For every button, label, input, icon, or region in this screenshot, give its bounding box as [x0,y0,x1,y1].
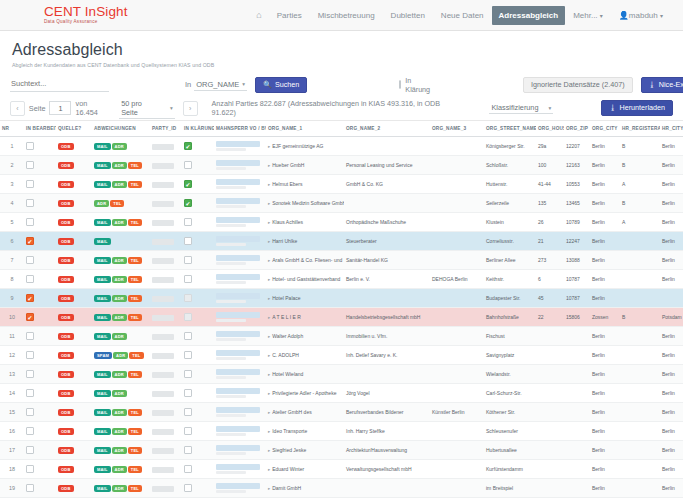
table-row[interactable]: 5ODBMAILADRTEL▸Klaus AchillesOrthopädisc… [0,213,683,232]
col-org-city[interactable]: ORG_CITY [590,121,620,137]
cell-in-bearbeitung[interactable]: ✔ [24,289,56,308]
mahnsperre-link-redacted[interactable] [216,217,260,223]
brand-logo[interactable]: CENT InSight Data Quality Assurance [44,5,128,24]
cell-in-bearbeitung[interactable] [24,156,56,175]
cell-in-klaerung[interactable]: ✔ [182,194,214,213]
ignored-records-button[interactable]: Ignorierte Datensätze (2.407) [523,77,633,93]
col-org-zip[interactable]: ORG_ZIP [564,121,590,137]
table-row[interactable]: 15ODBMAILADRTEL▸Atelier GmbH desBerufsve… [0,403,683,422]
expand-icon[interactable]: ▸ [268,220,270,225]
col-org-name-3[interactable]: ORG_NAME_3 [430,121,484,137]
table-row[interactable]: 3ODBMAILADRTEL✔▸Helmut EbersGmbH & Co. K… [0,175,683,194]
cell-in-bearbeitung[interactable] [24,175,56,194]
home-icon[interactable]: ⌂ [249,6,268,24]
cell-mahnsperre[interactable] [214,270,266,289]
in-bearbeitung-checkbox[interactable]: ✔ [26,313,34,321]
expand-icon[interactable]: ▸ [268,391,270,396]
in-klaerung-row-checkbox[interactable]: ✔ [184,180,192,188]
mahnsperre-link-redacted[interactable] [216,464,260,470]
col-in-bearbeitung[interactable]: IN BEARBEITUNG [24,121,56,137]
in-bearbeitung-checkbox[interactable] [26,180,34,188]
nice-export-button[interactable]: ⭳ Nice-Export [641,77,683,93]
cell-mahnsperre[interactable] [214,194,266,213]
cell-in-klaerung[interactable] [182,460,214,479]
col-org-name-1[interactable]: ORG_NAME_1 [266,121,344,137]
mahnsperre-link-redacted[interactable] [216,274,260,280]
mahnsperre-link-redacted[interactable] [216,407,260,413]
in-klaerung-row-checkbox[interactable] [184,427,192,435]
cell-in-bearbeitung[interactable] [24,365,56,384]
in-bearbeitung-checkbox[interactable] [26,408,34,416]
table-row[interactable]: 14ODBMAILADR▸Privilegierte Adler - Apoth… [0,384,683,403]
cell-in-bearbeitung[interactable] [24,137,56,156]
cell-in-bearbeitung[interactable]: ✔ [24,232,56,251]
cell-in-bearbeitung[interactable] [24,422,56,441]
cell-in-bearbeitung[interactable] [24,346,56,365]
in-bearbeitung-checkbox[interactable] [26,351,34,359]
mahnsperre-link-redacted[interactable] [216,236,260,242]
in-bearbeitung-checkbox[interactable] [26,142,34,150]
cell-mahnsperre[interactable] [214,365,266,384]
cell-mahnsperre[interactable] [214,460,266,479]
table-row[interactable]: 6✔ODBMAIL▸Harri UhlkeSteuerberaterCornel… [0,232,683,251]
cell-in-klaerung[interactable] [182,479,214,498]
expand-icon[interactable]: ▸ [268,353,270,358]
mahnsperre-link-redacted[interactable] [216,198,260,204]
in-bearbeitung-checkbox[interactable] [26,199,34,207]
cell-in-klaerung[interactable]: ✔ [182,175,214,194]
expand-icon[interactable]: ▸ [268,182,270,187]
mahnsperre-link-redacted[interactable] [216,350,260,356]
col-org-street-name[interactable]: ORG_STREET_NAME [484,121,536,137]
table-row[interactable]: 2ODBMAILADRTEL▸Hueber GmbHPersonal Leasi… [0,156,683,175]
per-page-select[interactable]: 50 pro Seite ▾ [119,98,175,119]
in-klaerung-row-checkbox[interactable] [184,408,192,416]
cell-in-klaerung[interactable] [182,441,214,460]
in-bearbeitung-checkbox[interactable] [26,275,34,283]
in-klaerung-row-checkbox[interactable] [184,389,192,397]
cell-mahnsperre[interactable] [214,251,266,270]
cell-in-bearbeitung[interactable] [24,194,56,213]
col-in-klaerung[interactable]: IN KLÄRUNG ▾ [182,121,214,137]
cell-in-klaerung[interactable] [182,422,214,441]
download-button[interactable]: ⭳ Herunterladen [601,100,673,116]
in-klaerung-row-checkbox[interactable] [184,161,192,169]
in-bearbeitung-checkbox[interactable] [26,332,34,340]
mahnsperre-link-redacted[interactable] [216,483,260,489]
expand-icon[interactable]: ▸ [268,467,270,472]
prev-page-button[interactable]: ‹ [10,101,25,116]
table-row[interactable]: 4ODBADRTEL✔▸Sonotek Medizin Software Gmb… [0,194,683,213]
search-field-select[interactable]: ORG_NAME ▾ [194,79,247,91]
expand-icon[interactable]: ▸ [268,239,270,244]
cell-in-bearbeitung[interactable] [24,251,56,270]
classification-select[interactable]: Klassifizierung ▾ [489,102,553,114]
in-klaerung-row-checkbox[interactable] [184,446,192,454]
in-klaerung-row-checkbox[interactable] [184,465,192,473]
col-nr[interactable]: NR [0,121,24,137]
in-klaerung-row-checkbox[interactable]: ✔ [184,142,192,150]
mahnsperre-link-redacted[interactable] [216,312,260,318]
table-row[interactable]: 9✔ODBMAILADRTEL▸Hotel PalaceBudapester S… [0,289,683,308]
col-abweichungen[interactable]: ABWEICHUNGEN [92,121,150,137]
in-klaerung-row-checkbox[interactable] [184,332,192,340]
cell-mahnsperre[interactable] [214,479,266,498]
table-row[interactable]: 11ODBMAILADR▸Walter AdolphImmobilien u. … [0,327,683,346]
in-klaerung-row-checkbox[interactable] [184,351,192,359]
in-bearbeitung-checkbox[interactable] [26,465,34,473]
mahnsperre-link-redacted[interactable] [216,369,260,375]
table-row[interactable]: 13ODBMAILADRTEL▸Hotel WielandWielandstr.… [0,365,683,384]
in-bearbeitung-checkbox[interactable] [26,389,34,397]
expand-icon[interactable]: ▸ [268,448,270,453]
cell-in-bearbeitung[interactable] [24,441,56,460]
cell-in-klaerung[interactable] [182,251,214,270]
cell-in-klaerung[interactable] [182,403,214,422]
in-klaerung-row-checkbox[interactable] [184,237,192,245]
expand-icon[interactable]: ▸ [268,277,270,282]
table-row[interactable]: 17ODBMAILADRTEL▸Siegfried JeskeArchitekt… [0,441,683,460]
col-hr-registerart[interactable]: HR_REGISTERART [620,121,660,137]
nav-item-dubletten[interactable]: Dubletten [383,6,433,25]
cell-mahnsperre[interactable] [214,137,266,156]
in-klaerung-row-checkbox[interactable] [184,275,192,283]
nav-item-parties[interactable]: Parties [269,6,310,25]
mahnsperre-link-redacted[interactable] [216,426,260,432]
cell-in-klaerung[interactable] [182,384,214,403]
